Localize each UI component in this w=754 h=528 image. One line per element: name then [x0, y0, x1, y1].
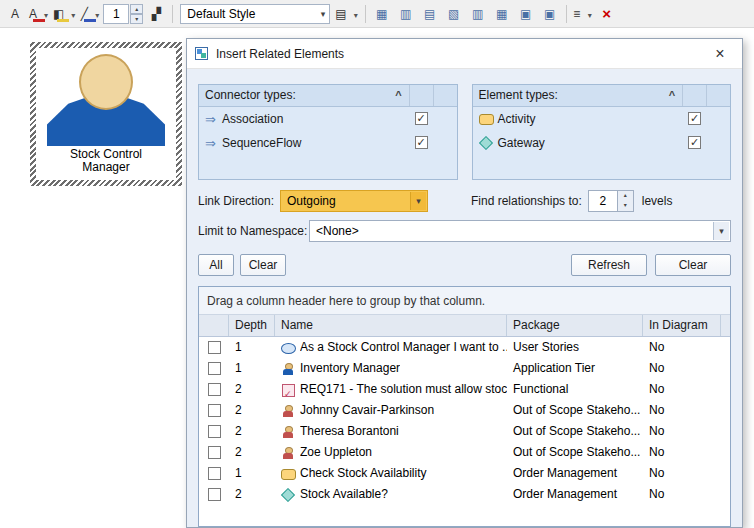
actor-head [79, 54, 133, 110]
activity-checkbox[interactable] [688, 112, 701, 125]
name-column-header[interactable]: Name [275, 315, 507, 336]
style-icon: ▤ [335, 7, 346, 21]
row-checkbox[interactable] [208, 383, 221, 396]
copy-appearance-button[interactable]: ▣ [515, 3, 537, 25]
table-row[interactable]: 2 Stock Available? Order Management No [199, 484, 730, 505]
spin-down-icon[interactable] [130, 14, 143, 24]
element-type-row-gateway[interactable]: Gateway [473, 131, 731, 155]
row-checkbox[interactable] [208, 362, 221, 375]
link-direction-row: Link Direction: Outgoing Find relationsh… [198, 190, 731, 212]
format-painter-button[interactable]: ▞ [145, 3, 167, 25]
connector-type-row-sequenceflow[interactable]: ⇒ SequenceFlow [199, 131, 457, 155]
namespace-label: Limit to Namespace: [198, 224, 309, 238]
connector-types-panel: Connector types: ^ ⇒ Association ⇒ Seque… [198, 84, 458, 180]
clear-results-button[interactable]: Clear [655, 254, 731, 276]
line-width-spinner[interactable]: 1 [103, 4, 143, 24]
align-right-button[interactable]: ▥ [395, 3, 417, 25]
paste-appearance-button[interactable]: ▣ [539, 3, 561, 25]
levels-spinner[interactable]: 2 [588, 190, 634, 212]
depth-cell: 2 [229, 442, 275, 463]
collapse-chevron-icon[interactable]: ^ [662, 85, 682, 106]
package-cell: Application Tier [507, 358, 643, 379]
user-story-icon [281, 342, 296, 354]
sequenceflow-checkbox[interactable] [415, 136, 428, 149]
gateway-icon [281, 489, 296, 501]
line-color-button[interactable]: ╱ [79, 3, 101, 25]
fill-color-button[interactable]: ◧ [52, 3, 77, 25]
select-column-header[interactable] [199, 315, 229, 336]
table-row[interactable]: 2 Johnny Cavair-Parkinson Out of Scope S… [199, 400, 730, 421]
activity-icon [281, 468, 296, 480]
element-name: Check Stock Availability [300, 463, 427, 484]
delete-button[interactable]: × [596, 3, 618, 25]
dialog-body: Connector types: ^ ⇒ Association ⇒ Seque… [187, 70, 742, 527]
package-cell: Out of Scope Stakeho... [507, 442, 643, 463]
table-row[interactable]: 2 Zoe Uppleton Out of Scope Stakeho... N… [199, 442, 730, 463]
element-name: As a Stock Control Manager I want to ... [300, 337, 507, 358]
check-column-header [682, 85, 706, 106]
close-button[interactable]: × [706, 42, 734, 66]
depth-cell: 2 [229, 379, 275, 400]
package-cell: Order Management [507, 484, 643, 505]
row-checkbox[interactable] [208, 446, 221, 459]
same-width-button[interactable]: ▥ [467, 3, 489, 25]
find-relationships-label: Find relationships to: [471, 194, 582, 208]
align-top-button[interactable]: ▤ [419, 3, 441, 25]
formatting-toolbar: A A ◧ ╱ 1 ▞ Default Style ▤ ▦ ▥ ▤ ▧ ▥ ▦ … [0, 0, 754, 28]
element-type-label: Gateway [498, 136, 545, 150]
group-by-bar[interactable]: Drag a column header here to group by th… [199, 287, 730, 315]
spin-up-icon[interactable] [618, 191, 633, 201]
element-types-header: Element types: ^ [473, 85, 731, 107]
clear-selection-button[interactable]: Clear [240, 254, 286, 276]
toolbar-separator [566, 5, 567, 23]
table-row[interactable]: 1 Inventory Manager Application Tier No [199, 358, 730, 379]
in-diagram-column-header[interactable]: In Diagram [643, 315, 721, 336]
spin-down-icon[interactable] [618, 201, 633, 211]
actor-name: Stock Control Manager [70, 148, 142, 174]
brush-icon: ▞ [152, 7, 161, 21]
link-direction-combo[interactable]: Outgoing [280, 190, 428, 212]
row-checkbox[interactable] [208, 425, 221, 438]
insert-related-button[interactable]: ≡ [572, 3, 594, 25]
package-column-header[interactable]: Package [507, 315, 643, 336]
apply-style-button[interactable]: ▤ [334, 3, 359, 25]
refresh-button[interactable]: Refresh [571, 254, 647, 276]
font-color-button[interactable]: A [28, 3, 50, 25]
line-color-swatch [84, 19, 96, 22]
row-checkbox[interactable] [208, 488, 221, 501]
dropdown-arrow-icon[interactable] [410, 192, 426, 210]
table-row[interactable]: 1 Check Stock Availability Order Managem… [199, 463, 730, 484]
element-name: Johnny Cavair-Parkinson [300, 400, 434, 421]
element-name: Theresa Borantoni [300, 421, 399, 442]
style-combo[interactable]: Default Style [180, 4, 330, 24]
table-row[interactable]: 1 As a Stock Control Manager I want to .… [199, 337, 730, 358]
insert-related-elements-dialog: Insert Related Elements × Connector type… [186, 38, 743, 528]
row-checkbox[interactable] [208, 341, 221, 354]
line-width-value[interactable]: 1 [103, 4, 129, 24]
table-row[interactable]: 2 REQ171 - The solution must allow stoc.… [199, 379, 730, 400]
connector-type-label: SequenceFlow [222, 136, 301, 150]
align-left-button[interactable]: ▦ [371, 3, 393, 25]
dropdown-arrow-icon[interactable] [713, 222, 729, 240]
dialog-title-bar: Insert Related Elements × [187, 39, 742, 69]
row-checkbox[interactable] [208, 404, 221, 417]
namespace-combo[interactable]: <None> [309, 220, 731, 242]
package-cell: Out of Scope Stakeho... [507, 421, 643, 442]
levels-value[interactable]: 2 [588, 190, 618, 212]
spin-up-icon[interactable] [130, 4, 143, 14]
actor-element[interactable]: Stock Control Manager [30, 42, 182, 186]
collapse-chevron-icon[interactable]: ^ [389, 85, 409, 106]
row-checkbox[interactable] [208, 467, 221, 480]
align-bottom-button[interactable]: ▧ [443, 3, 465, 25]
table-row[interactable]: 2 Theresa Borantoni Out of Scope Stakeho… [199, 421, 730, 442]
same-height-button[interactable]: ▦ [491, 3, 513, 25]
depth-column-header[interactable]: Depth [229, 315, 275, 336]
font-dialog-button[interactable]: A [4, 3, 26, 25]
all-button[interactable]: All [198, 254, 234, 276]
gateway-checkbox[interactable] [688, 136, 701, 149]
package-cell: Order Management [507, 463, 643, 484]
element-type-row-activity[interactable]: Activity [473, 107, 731, 131]
connector-type-row-association[interactable]: ⇒ Association [199, 107, 457, 131]
depth-cell: 2 [229, 484, 275, 505]
association-checkbox[interactable] [415, 112, 428, 125]
